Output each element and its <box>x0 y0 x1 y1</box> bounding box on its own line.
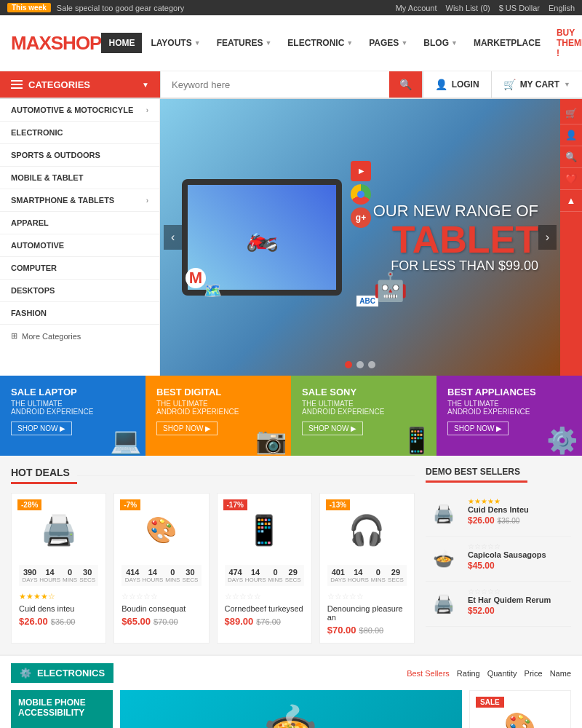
promo-digital-btn[interactable]: SHOP NOW ▶ <box>156 422 218 435</box>
electronics-header: ⚙️ ELECTRONICS Best Sellers Rating Quant… <box>11 663 571 683</box>
discount-3: -17% <box>223 499 247 510</box>
top-bar: This week Sale special too good gear cat… <box>0 0 582 15</box>
nav-features[interactable]: FEATURES ▼ <box>210 33 279 53</box>
price-1: $26.00 <box>19 616 48 627</box>
discount-1: -28% <box>17 499 41 510</box>
maps-icon: 🗺️ <box>204 282 222 299</box>
product-name-3: Cornedbeef turkeysed <box>225 604 304 613</box>
product-card-3: -17% 📱 474DAYS 14HOURS 0MINS 29SECS ☆☆☆☆… <box>217 493 312 644</box>
promo-sony-subtitle: THE ULTIMATEANDROID EXPERIENCE <box>302 400 426 416</box>
best-sellers: DEMO BEST SELLERS 🖨️ ★★★★★ Cuid Dens Int… <box>426 467 571 644</box>
dot-3[interactable] <box>368 361 375 368</box>
more-icon: ⊞ <box>11 331 17 341</box>
countdown-2: 414DAYS 14HOURS 0MINS 30SECS <box>121 565 201 586</box>
electronics-title: ⚙️ ELECTRONICS <box>11 663 113 683</box>
bs-price-3: $52.00 <box>468 606 495 616</box>
nav-electronic[interactable]: ELECTRONIC ▼ <box>280 33 360 53</box>
filter-name[interactable]: Name <box>550 669 571 678</box>
promo-appliances-btn[interactable]: SHOP NOW ▶ <box>447 422 509 435</box>
rs-cart-icon[interactable]: 🛒 <box>560 103 582 124</box>
elec-center-banner: 🍲 THE BIG OFFER DAY UP TO 20% OFF <box>120 690 462 728</box>
promo-digital-img: 📷 <box>255 426 287 456</box>
countdown-1: 390DAYS 14HOURS 0MINS 30SECS <box>19 565 98 586</box>
old-price-3: $76.00 <box>256 617 281 626</box>
slider-next-button[interactable]: › <box>538 225 557 250</box>
logo-red: SHOP <box>51 32 102 54</box>
categories-button[interactable]: CATEGORIES ▼ <box>0 71 160 98</box>
sidebar-item-automotive[interactable]: AUTOMOTIVE <box>0 234 159 257</box>
bs-img-3: 🖨️ <box>426 587 462 620</box>
product-card-2: -7% 🎨 414DAYS 14HOURS 0MINS 30SECS ☆☆☆☆☆… <box>113 493 209 644</box>
filter-price[interactable]: Price <box>525 669 543 678</box>
price-4: $70.00 <box>327 625 356 636</box>
slider-prev-button[interactable]: ‹ <box>164 225 182 250</box>
header-actions: 👤 LOGIN 🛒 MY CART ▼ <box>423 71 582 98</box>
rs-top-icon[interactable]: ▲ <box>560 190 582 212</box>
sidebar-item-desktops[interactable]: DESKTOPS <box>0 280 159 302</box>
promo-laptop-subtitle: THE ULTIMATEANDROID EXPERIENCE <box>11 400 135 416</box>
promo-laptop-btn[interactable]: SHOP NOW ▶ <box>11 422 72 435</box>
sidebar-item-automotive-moto[interactable]: AUTOMOTIVE & MOTOCRICYLE › <box>0 99 159 122</box>
nav-pages[interactable]: PAGES ▼ <box>362 33 415 53</box>
promo-appliances-img: ⚙️ <box>546 426 578 456</box>
promo-text: Sale special too good gear category <box>57 4 185 12</box>
promo-appliances-title: BEST APPLIANCES <box>447 387 571 397</box>
electronics-label: ELECTRONICS <box>37 668 105 678</box>
slider-dots <box>345 361 375 368</box>
my-account-link[interactable]: My Account <box>396 4 437 12</box>
nav-marketplace[interactable]: MARKETPLACE <box>466 33 548 53</box>
bs-item-2: 🍲 ☆☆☆☆☆ Capicola Sausagops $45.00 <box>426 537 571 582</box>
login-label: LOGIN <box>452 79 479 90</box>
nav-home[interactable]: HOME <box>101 33 142 53</box>
logo[interactable]: MAXSHOP <box>11 32 101 55</box>
search-button[interactable]: 🔍 <box>389 71 422 98</box>
sidebar-item-computer[interactable]: COMPUTER <box>0 257 159 280</box>
more-label: More Categories <box>22 332 81 341</box>
bs-name-3: Et Har Quidem Rerum <box>468 596 571 604</box>
sidebar-item-mobile[interactable]: MOBILE & TABLET <box>0 167 159 189</box>
filter-rating[interactable]: Rating <box>457 669 480 678</box>
search-input[interactable] <box>161 72 389 98</box>
bs-stars-2: ☆☆☆☆☆ <box>468 542 571 550</box>
filter-best-sellers[interactable]: Best Sellers <box>407 669 450 678</box>
filter-quantity[interactable]: Quantity <box>487 669 517 678</box>
arrow-icon: › <box>146 106 148 114</box>
more-categories[interactable]: ⊞ More Categories <box>0 325 159 347</box>
dot-1[interactable] <box>345 361 352 368</box>
stars-2: ☆☆☆☆☆ <box>121 592 201 601</box>
sidebar-item-smartphone[interactable]: SMARTPHONE & TABLETS › <box>0 189 159 212</box>
bs-info-1: ★★★★★ Cuid Dens Inteu $26.00$36.00 <box>468 497 571 526</box>
toolbar: CATEGORIES ▼ 🔍 👤 LOGIN 🛒 MY CART ▼ <box>0 71 582 99</box>
rs-user-icon[interactable]: 👤 <box>560 124 582 146</box>
language-selector[interactable]: English <box>549 4 575 12</box>
promo-sony-title: SALE SONY <box>302 387 426 397</box>
nav-blog[interactable]: BLOG ▼ <box>416 33 465 53</box>
sidebar-item-sports[interactable]: SPORTS & OUTDOORS <box>0 144 159 167</box>
bs-price-1: $26.00 <box>468 515 495 526</box>
cart-button[interactable]: 🛒 MY CART ▼ <box>491 71 582 98</box>
rs-heart-icon[interactable]: ❤️ <box>560 168 582 190</box>
elec-right-product: SALE 🎨 ☆☆☆☆☆ Boudin consequat $65.00 $70… <box>469 690 571 728</box>
rs-search-icon[interactable]: 🔍 <box>560 146 582 168</box>
login-button[interactable]: 👤 LOGIN <box>423 71 491 98</box>
electronics-section: ⚙️ ELECTRONICS Best Sellers Rating Quant… <box>0 654 582 728</box>
old-price-1: $36.00 <box>51 617 76 626</box>
currency-selector[interactable]: $ US Dollar <box>499 4 540 12</box>
sale-badge: SALE <box>476 697 504 708</box>
countdown-3: 474DAYS 14HOURS 0MINS 29SECS <box>225 565 304 586</box>
product-name-1: Cuid dens inteu <box>19 604 98 613</box>
sidebar-item-fashion[interactable]: FASHION <box>0 302 159 325</box>
sidebar-item-electronic[interactable]: ELECTRONIC <box>0 122 159 144</box>
bs-item-3: 🖨️ ☆☆☆☆☆ Et Har Quidem Rerum $52.00 <box>426 582 571 627</box>
promo-sony-btn[interactable]: SHOP NOW ▶ <box>302 422 363 435</box>
wishlist-link[interactable]: Wish List (0) <box>446 4 490 12</box>
gmail-icon: M <box>186 268 206 288</box>
slider-title: TABLET <box>373 221 538 258</box>
nav-buy-themes[interactable]: BUY THEMES ! <box>549 23 582 63</box>
dot-2[interactable] <box>356 361 364 368</box>
sidebar-item-apparel[interactable]: APPAREL <box>0 212 159 234</box>
nav-layouts[interactable]: LAYOUTS ▼ <box>143 33 207 53</box>
discount-2: -7% <box>120 499 140 510</box>
elec-left-title: MOBILE PHONE ACCESSIBILITY <box>18 697 105 718</box>
hamburger-icon <box>11 80 23 89</box>
